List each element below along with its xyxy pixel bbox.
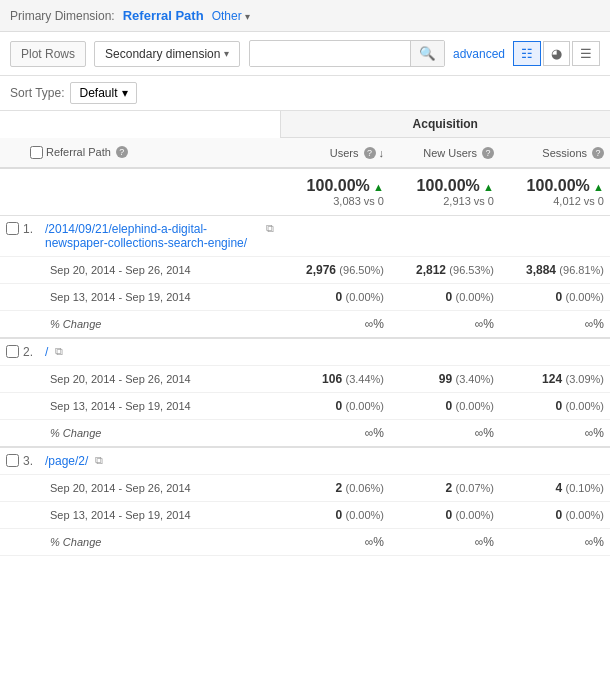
- row1-newusers1-cell: 2,812 (96.53%): [390, 256, 500, 283]
- total-row: 100.00% ▲ 3,083 vs 0 100.00% ▲ 2,913 vs …: [0, 168, 610, 216]
- table-row: Sep 20, 2014 - Sep 26, 2014 106 (3.44%) …: [0, 365, 610, 392]
- plot-rows-button[interactable]: Plot Rows: [10, 41, 86, 67]
- help-icon: ?: [116, 146, 128, 158]
- table-row: Sep 13, 2014 - Sep 19, 2014 0 (0.00%) 0 …: [0, 283, 610, 310]
- search-icon: 🔍: [419, 46, 436, 61]
- row3-link[interactable]: /page/2/: [45, 454, 88, 468]
- help-icon: ?: [482, 147, 494, 159]
- sort-bar: Sort Type: Default ▾: [0, 76, 610, 111]
- row1-checkbox[interactable]: [6, 222, 19, 235]
- data-table: Acquisition Referral Path ? Users ? ↓: [0, 111, 610, 556]
- table-row: Sep 20, 2014 - Sep 26, 2014 2 (0.06%) 2 …: [0, 474, 610, 501]
- toolbar: Plot Rows Secondary dimension ▾ 🔍 advanc…: [0, 32, 610, 76]
- row1-users1-cell: 2,976 (96.50%): [280, 256, 390, 283]
- table-row: % Change ∞% ∞% ∞%: [0, 419, 610, 447]
- row2-users1-cell: 106 (3.44%): [280, 365, 390, 392]
- table-row: % Change ∞% ∞% ∞%: [0, 310, 610, 338]
- row3-users1-cell: 2 (0.06%): [280, 474, 390, 501]
- secondary-dimension-button[interactable]: Secondary dimension ▾: [94, 41, 240, 67]
- row3-change-newusers: ∞%: [390, 528, 500, 555]
- row3-change-cell: % Change: [0, 528, 280, 555]
- row1-change-users: ∞%: [280, 310, 390, 338]
- table-row: Sep 13, 2014 - Sep 19, 2014 0 (0.00%) 0 …: [0, 392, 610, 419]
- total-label-cell: [0, 168, 280, 216]
- row2-newusers1-cell: 99 (3.40%): [390, 365, 500, 392]
- copy-icon: ⧉: [266, 222, 274, 235]
- row2-link[interactable]: /: [45, 345, 48, 359]
- row3-users2-cell: 0 (0.00%): [280, 501, 390, 528]
- row2-path-cell: 2. / ⧉: [0, 338, 280, 366]
- col-header-sessions: Sessions ?: [500, 138, 610, 168]
- sort-arrow-icon: ↓: [379, 147, 385, 159]
- total-users-cell: 100.00% ▲ 3,083 vs 0: [280, 168, 390, 216]
- row1-newusers2-cell: 0 (0.00%): [390, 283, 500, 310]
- row3-date2-cell: Sep 13, 2014 - Sep 19, 2014: [0, 501, 280, 528]
- pie-view-button[interactable]: ◕: [543, 41, 570, 66]
- row1-sessions2-cell: 0 (0.00%): [500, 283, 610, 310]
- row1-date1-cell: Sep 20, 2014 - Sep 26, 2014: [0, 256, 280, 283]
- table-row: 1. /2014/09/21/elephind-a-digital-newspa…: [0, 215, 610, 256]
- primary-dimension-bar: Primary Dimension: Referral Path Other ▾: [0, 0, 610, 32]
- row1-change-newusers: ∞%: [390, 310, 500, 338]
- search-box: 🔍: [249, 40, 445, 67]
- row2-checkbox[interactable]: [6, 345, 19, 358]
- col-header-users: Users ? ↓: [280, 138, 390, 168]
- acquisition-header: Acquisition: [280, 111, 610, 138]
- table-row: 3. /page/2/ ⧉: [0, 447, 610, 475]
- row1-users2-cell: 0 (0.00%): [280, 283, 390, 310]
- search-button[interactable]: 🔍: [410, 41, 444, 66]
- advanced-link[interactable]: advanced: [453, 47, 505, 61]
- row1-change-cell: % Change: [0, 310, 280, 338]
- table-row: % Change ∞% ∞% ∞%: [0, 528, 610, 555]
- help-icon: ?: [364, 147, 376, 159]
- row2-change-newusers: ∞%: [390, 419, 500, 447]
- table-row: Sep 20, 2014 - Sep 26, 2014 2,976 (96.50…: [0, 256, 610, 283]
- row2-sessions2-cell: 0 (0.00%): [500, 392, 610, 419]
- chevron-down-icon: ▾: [245, 11, 250, 22]
- row3-newusers1-cell: 2 (0.07%): [390, 474, 500, 501]
- list-view-button[interactable]: ☰: [572, 41, 600, 66]
- search-input[interactable]: [250, 42, 410, 66]
- sort-dropdown[interactable]: Default ▾: [70, 82, 136, 104]
- col-header-newusers: New Users ?: [390, 138, 500, 168]
- sort-type-label: Sort Type:: [10, 86, 64, 100]
- view-icons: ☷ ◕ ☰: [513, 41, 600, 66]
- primary-dim-label: Primary Dimension:: [10, 9, 115, 23]
- row3-date1-cell: Sep 20, 2014 - Sep 26, 2014: [0, 474, 280, 501]
- row3-change-sessions: ∞%: [500, 528, 610, 555]
- chevron-down-icon: ▾: [224, 48, 229, 59]
- row1-path-cell: 1. /2014/09/21/elephind-a-digital-newspa…: [0, 215, 280, 256]
- row1-date2-cell: Sep 13, 2014 - Sep 19, 2014: [0, 283, 280, 310]
- row3-change-users: ∞%: [280, 528, 390, 555]
- row2-date1-cell: Sep 20, 2014 - Sep 26, 2014: [0, 365, 280, 392]
- row1-link[interactable]: /2014/09/21/elephind-a-digital-newspaper…: [45, 222, 259, 250]
- other-link[interactable]: Other ▾: [212, 9, 250, 23]
- help-icon: ?: [592, 147, 604, 159]
- grid-view-button[interactable]: ☷: [513, 41, 541, 66]
- row1-sessions1-cell: 3,884 (96.81%): [500, 256, 610, 283]
- row3-newusers2-cell: 0 (0.00%): [390, 501, 500, 528]
- total-newusers-cell: 100.00% ▲ 2,913 vs 0: [390, 168, 500, 216]
- copy-icon: ⧉: [95, 454, 103, 467]
- copy-icon: ⧉: [55, 345, 63, 358]
- table-row: 2. / ⧉: [0, 338, 610, 366]
- total-sessions-cell: 100.00% ▲ 4,012 vs 0: [500, 168, 610, 216]
- col-header-referral: Referral Path ?: [0, 138, 280, 168]
- row3-sessions2-cell: 0 (0.00%): [500, 501, 610, 528]
- row2-change-sessions: ∞%: [500, 419, 610, 447]
- row2-users2-cell: 0 (0.00%): [280, 392, 390, 419]
- table-row: Sep 13, 2014 - Sep 19, 2014 0 (0.00%) 0 …: [0, 501, 610, 528]
- row3-path-cell: 3. /page/2/ ⧉: [0, 447, 280, 475]
- row2-date2-cell: Sep 13, 2014 - Sep 19, 2014: [0, 392, 280, 419]
- row1-change-sessions: ∞%: [500, 310, 610, 338]
- row2-newusers2-cell: 0 (0.00%): [390, 392, 500, 419]
- row2-change-cell: % Change: [0, 419, 280, 447]
- row2-sessions1-cell: 124 (3.09%): [500, 365, 610, 392]
- row3-checkbox[interactable]: [6, 454, 19, 467]
- row3-sessions1-cell: 4 (0.10%): [500, 474, 610, 501]
- select-all-checkbox[interactable]: [30, 146, 43, 159]
- row2-change-users: ∞%: [280, 419, 390, 447]
- primary-dim-value[interactable]: Referral Path: [123, 8, 204, 23]
- chevron-down-icon: ▾: [122, 86, 128, 100]
